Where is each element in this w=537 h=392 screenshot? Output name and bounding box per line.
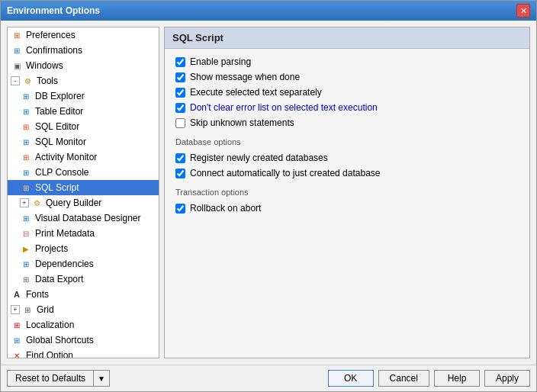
confirmations-icon: ⊞ <box>11 44 23 56</box>
activity-monitor-icon: ⊞ <box>20 151 32 163</box>
dropdown-arrow-icon: ▼ <box>98 374 105 383</box>
tree-panel: ⊞ Preferences ⊞ Confirmations ▣ Windows … <box>7 27 159 358</box>
tree-item-data-export[interactable]: ⊞ Data Export <box>8 272 159 287</box>
label-dont-clear: Don't clear error list on selected text … <box>190 102 378 113</box>
tree-item-find-option[interactable]: ✕ Find Option <box>8 348 159 358</box>
checkbox-rollback-abort[interactable] <box>175 204 185 214</box>
tree-item-preferences[interactable]: ⊞ Preferences <box>8 27 159 43</box>
option-dont-clear: Don't clear error list on selected text … <box>175 102 519 113</box>
option-rollback-abort: Rollback on abort <box>175 203 519 214</box>
tree-item-fonts[interactable]: A Fonts <box>8 287 159 302</box>
panel-content: Enable parsing Show message when done Ex… <box>165 49 529 358</box>
projects-icon: ▶ <box>20 243 32 255</box>
tree-item-tools[interactable]: - ⚙ Tools <box>8 73 159 88</box>
checkbox-show-message[interactable] <box>175 72 185 82</box>
checkbox-enable-parsing[interactable] <box>175 57 185 67</box>
label-execute-selected: Execute selected text separately <box>190 87 322 98</box>
help-button[interactable]: Help <box>434 370 480 387</box>
query-builder-icon: ⚙ <box>31 197 43 209</box>
global-shortcuts-icon: ⊞ <box>11 334 23 346</box>
tree-item-db-explorer[interactable]: ⊞ DB Explorer <box>8 88 159 104</box>
tree-item-clp-console[interactable]: ⊞ CLP Console <box>8 165 159 180</box>
expand-grid-icon[interactable]: + <box>11 305 20 314</box>
label-rollback-abort: Rollback on abort <box>190 203 261 214</box>
label-register-newly: Register newly created databases <box>190 153 328 163</box>
label-enable-parsing: Enable parsing <box>190 56 251 67</box>
tree-item-label: Preferences <box>26 30 76 40</box>
tree-item-dependencies[interactable]: ⊞ Dependencies <box>8 256 159 272</box>
visual-db-icon: ⊞ <box>20 212 32 224</box>
expand-qb-icon[interactable]: + <box>20 198 29 207</box>
expand-tools-icon[interactable]: - <box>11 76 20 85</box>
tree-item-windows[interactable]: ▣ Windows <box>8 58 159 73</box>
windows-icon: ▣ <box>11 59 23 72</box>
footer-left: Reset to Defaults ▼ <box>7 370 110 387</box>
tree-item-projects[interactable]: ▶ Projects <box>8 241 159 256</box>
tree-item-label: Table Editor <box>35 106 83 117</box>
data-export-icon: ⊞ <box>20 273 32 285</box>
tree-item-label: Query Builder <box>46 198 101 208</box>
apply-button[interactable]: Apply <box>484 370 530 387</box>
tree-item-query-builder[interactable]: + ⚙ Query Builder <box>8 195 159 210</box>
label-connect-auto: Connect automatically to just created da… <box>190 168 380 178</box>
tree-item-label: DB Explorer <box>35 91 85 101</box>
tree-item-confirmations[interactable]: ⊞ Confirmations <box>8 43 159 58</box>
dialog-footer: Reset to Defaults ▼ OK Cancel Help Apply <box>1 365 536 391</box>
grid-icon: ⊞ <box>21 304 34 316</box>
option-enable-parsing: Enable parsing <box>175 56 519 67</box>
tree-item-label: Windows <box>26 60 63 71</box>
tree-item-label: Tools <box>37 76 58 86</box>
tree-item-label: CLP Console <box>35 167 89 178</box>
tree-item-sql-script[interactable]: ⊞ SQL Script <box>8 180 159 195</box>
option-show-message: Show message when done <box>175 72 519 82</box>
label-skip-unknown: Skip unknown statements <box>190 117 294 128</box>
table-editor-icon: ⊞ <box>20 105 32 117</box>
panel-title: SQL Script <box>165 27 529 49</box>
tree-item-global-shortcuts[interactable]: ⊞ Global Shortcuts <box>8 333 159 348</box>
tree-item-label: Print Metadata <box>35 228 95 239</box>
checkbox-connect-auto[interactable] <box>175 169 185 178</box>
tree-item-label: Dependencies <box>35 259 94 269</box>
database-options-label: Database options <box>175 137 519 148</box>
tree-item-activity-monitor[interactable]: ⊞ Activity Monitor <box>8 149 159 165</box>
option-connect-auto: Connect automatically to just created da… <box>175 168 519 178</box>
tree-item-visual-db[interactable]: ⊞ Visual Database Designer <box>8 210 159 226</box>
ok-button[interactable]: OK <box>328 370 374 387</box>
reset-defaults-button[interactable]: Reset to Defaults <box>7 370 93 387</box>
tree-item-sql-monitor[interactable]: ⊞ SQL Monitor <box>8 134 159 149</box>
tree-item-label: Activity Monitor <box>35 152 97 162</box>
tree-item-label: Global Shortcuts <box>26 335 94 345</box>
checkbox-dont-clear[interactable] <box>175 103 185 113</box>
dialog-title: Environment Options <box>7 5 100 16</box>
checkbox-skip-unknown[interactable] <box>175 118 185 128</box>
sql-script-icon: ⊞ <box>20 182 32 194</box>
option-register-newly: Register newly created databases <box>175 153 519 163</box>
db-explorer-icon: ⊞ <box>20 90 32 102</box>
clp-console-icon: ⊞ <box>20 166 32 178</box>
tree-item-print-meta[interactable]: ⊟ Print Metadata <box>8 226 159 241</box>
close-button[interactable]: ✕ <box>516 4 530 18</box>
environment-options-dialog: Environment Options ✕ ⊞ Preferences ⊞ Co… <box>0 0 537 392</box>
sql-monitor-icon: ⊞ <box>20 136 32 148</box>
checkbox-register-newly[interactable] <box>175 153 185 163</box>
fonts-icon: A <box>11 288 23 300</box>
dependencies-icon: ⊞ <box>20 258 32 270</box>
tree-item-localization[interactable]: ⊞ Localization <box>8 317 159 333</box>
tree-item-label: Projects <box>35 243 68 254</box>
tree-item-sql-editor[interactable]: ⊞ SQL Editor <box>8 119 159 134</box>
tree-item-label: SQL Editor <box>35 121 79 132</box>
checkbox-execute-selected[interactable] <box>175 88 185 98</box>
dialog-body: ⊞ Preferences ⊞ Confirmations ▣ Windows … <box>1 21 536 365</box>
label-show-message: Show message when done <box>190 72 300 82</box>
tree-item-grid[interactable]: + ⊞ Grid <box>8 302 159 317</box>
tree-item-label: SQL Monitor <box>35 137 86 147</box>
tree-item-label: Visual Database Designer <box>35 213 141 223</box>
tree-item-label: Data Export <box>35 274 83 284</box>
transaction-options-label: Transaction options <box>175 188 519 198</box>
cancel-button[interactable]: Cancel <box>378 370 429 387</box>
reset-dropdown-button[interactable]: ▼ <box>93 370 110 387</box>
tree-item-table-editor[interactable]: ⊞ Table Editor <box>8 104 159 119</box>
option-execute-selected: Execute selected text separately <box>175 87 519 98</box>
tree-item-label: Localization <box>26 320 74 330</box>
tree-item-label: SQL Script <box>35 182 79 193</box>
